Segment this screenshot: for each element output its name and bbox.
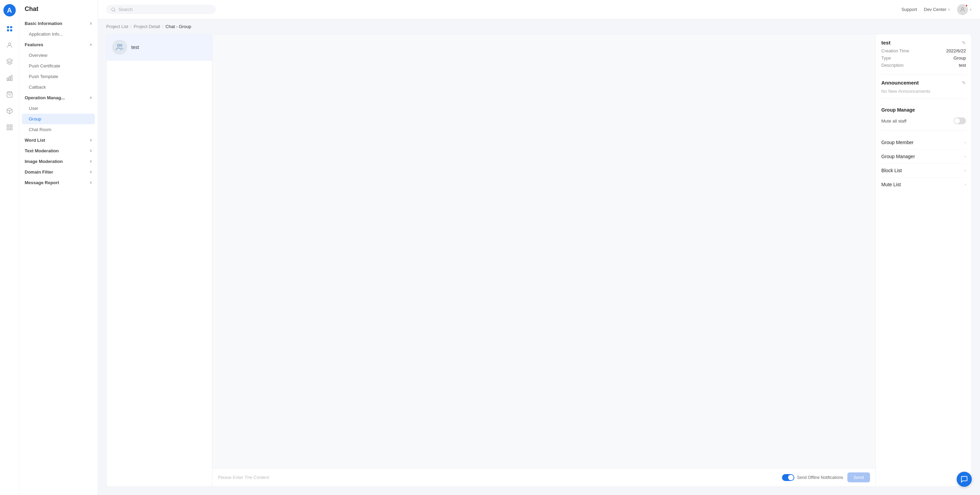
rp-announcement-section: Announcement ✎ No New Announcements [881,80,966,99]
sidebar-section-word-list[interactable]: Word List ∨ [19,135,98,146]
sidebar-section-label: Text Moderation [25,148,59,153]
support-link[interactable]: Support [902,7,917,12]
sidebar-section-image-mod[interactable]: Image Moderation ∨ [19,156,98,167]
svg-rect-3 [10,29,12,32]
chat-main: Please Enter The Content Send Offline No… [212,34,876,487]
offline-notification-toggle[interactable] [782,474,794,481]
support-bubble[interactable] [957,472,972,487]
rp-creation-value: 2022/6/22 [946,48,966,53]
rp-group-name: test [881,40,891,46]
right-panel: test ✎ Creation Time 2022/6/22 Type Grou… [876,34,972,487]
rail-icon-layers[interactable] [3,55,16,68]
rp-group-manager-row[interactable]: Group Manager › [881,149,966,163]
rail-icon-user[interactable] [3,38,16,52]
sidebar-section-features[interactable]: Features ∧ [19,40,98,50]
rail-icon-shop[interactable] [3,88,16,102]
svg-line-14 [115,10,116,11]
dev-center-label: Dev Center [924,7,947,12]
breadcrumb-project-detail[interactable]: Project Detail [134,24,160,29]
rp-announcement-edit-icon[interactable]: ✎ [962,80,966,86]
avatar-wrap[interactable]: ∨ [957,4,972,15]
sidebar-section-basic-info[interactable]: Basic Information ∧ [19,18,98,29]
breadcrumb-current: Chat - Group [165,24,191,29]
chevron-down-icon: ∨ [89,138,92,143]
rp-mute-list-label: Mute List [881,182,901,187]
rail-icon-grid[interactable] [3,121,16,134]
sidebar-section-label: Image Moderation [25,159,63,164]
rail-icon-cube[interactable] [3,104,16,118]
breadcrumb-sep-1: / [130,24,132,29]
notification-label: Send Offline Notifications [797,475,843,480]
rp-mute-row: Mute all staff [881,116,966,125]
sidebar-item-group[interactable]: Group [22,114,95,124]
rp-block-list-row[interactable]: Block List › [881,163,966,178]
sidebar-item-overview[interactable]: Overview [19,50,98,60]
rp-announcement-title-row: Announcement ✎ [881,80,966,86]
rp-group-manage-section: Group Manage Mute all staff [881,104,966,131]
rp-type-label: Type [881,56,891,60]
rp-title-row: test ✎ [881,40,966,46]
sidebar-section-message-report[interactable]: Message Report ∨ [19,177,98,188]
svg-rect-0 [7,26,9,29]
rp-block-chevron: › [964,168,966,173]
rp-announcement-title: Announcement [881,80,919,86]
svg-rect-11 [10,128,12,130]
sidebar-section-label: Domain Filter [25,170,53,175]
search-box[interactable]: Search [106,5,216,14]
rp-desc-value: test [959,63,966,68]
svg-rect-9 [7,125,9,127]
rp-mute-label: Mute all staff [881,119,906,124]
chat-input[interactable]: Please Enter The Content [218,475,269,480]
rp-block-list-label: Block List [881,168,902,173]
chat-list-panel: test [106,34,212,487]
search-icon [111,7,116,12]
rp-creation-label: Creation Time [881,48,909,53]
breadcrumb-project-list[interactable]: Project List [106,24,128,29]
rp-group-info-section: test ✎ Creation Time 2022/6/22 Type Grou… [881,40,966,75]
topbar-right: Support Dev Center ∨ ∨ [902,4,972,15]
sidebar-section-label: Operation Manag... [25,95,65,100]
svg-point-15 [961,8,964,10]
svg-rect-1 [10,26,12,29]
rp-mute-list-row[interactable]: Mute List › [881,178,966,191]
svg-point-13 [112,8,115,11]
send-button[interactable]: Send [847,473,870,482]
rp-group-manage-title: Group Manage [881,107,915,113]
rp-edit-icon[interactable]: ✎ [962,40,966,46]
rp-group-member-row[interactable]: Group Member › [881,136,966,149]
app-logo[interactable]: A [3,4,16,16]
rail-icon-chart[interactable] [3,71,16,85]
sidebar-item-chat-room[interactable]: Chat Room [19,124,98,135]
chat-footer: Please Enter The Content Send Offline No… [212,468,875,486]
svg-rect-7 [11,76,12,81]
breadcrumb-sep-2: / [162,24,164,29]
rp-creation-time-row: Creation Time 2022/6/22 [881,48,966,53]
rp-group-manager-label: Group Manager [881,154,915,159]
content: Project List / Project Detail / Chat - G… [98,19,980,495]
rp-announcement-text: No New Announcements [881,89,930,94]
chevron-down-icon: ∨ [89,149,92,153]
main-area: Search Support Dev Center ∨ ∨ Project Li… [98,0,980,495]
sidebar-item-callback[interactable]: Callback [19,82,98,92]
rp-member-chevron: › [964,140,966,145]
sidebar-item-user[interactable]: User [19,103,98,114]
dev-center-btn[interactable]: Dev Center ∨ [924,7,950,12]
sidebar-item-push-template[interactable]: Push Template [19,71,98,82]
notification-toggle-wrap: Send Offline Notifications [782,474,843,481]
sidebar-section-label: Basic Information [25,21,62,26]
sidebar-section-text-mod[interactable]: Text Moderation ∨ [19,146,98,156]
dev-center-chevron: ∨ [948,8,950,11]
rp-group-member-label: Group Member [881,140,913,145]
chat-item-name: test [131,44,139,50]
sidebar-section-operation[interactable]: Operation Manag... ∧ [19,92,98,103]
mute-all-toggle[interactable] [954,117,966,124]
svg-point-17 [120,44,122,46]
avatar [957,4,968,15]
chat-list-item[interactable]: test [107,34,212,60]
sidebar-item-app-info[interactable]: Application Info... [19,29,98,40]
sidebar-section-label: Features [25,42,43,47]
rail-icon-dashboard[interactable] [3,22,16,36]
chat-footer-right: Send Offline Notifications Send [782,473,870,482]
sidebar-item-push-certificate[interactable]: Push Certificate [19,60,98,71]
sidebar-section-domain-filter[interactable]: Domain Filter ∨ [19,167,98,177]
